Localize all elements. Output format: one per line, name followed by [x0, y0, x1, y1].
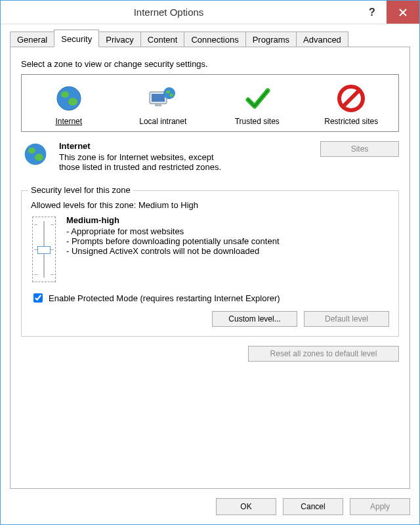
apply-button[interactable]: Apply: [350, 498, 410, 515]
globe-icon: [22, 141, 49, 167]
level-bullet: Unsigned ActiveX controls will not be do…: [66, 246, 389, 256]
no-entry-icon: [337, 84, 366, 113]
zone-label: Internet: [26, 117, 112, 126]
svg-point-11: [169, 94, 173, 97]
svg-point-16: [35, 154, 43, 161]
globe-icon: [54, 84, 83, 113]
security-level-slider[interactable]: –– –– ––: [32, 217, 56, 282]
zone-label: Local intranet: [120, 117, 207, 126]
help-button[interactable]: ?: [358, 1, 387, 24]
security-level-legend: Security level for this zone: [28, 185, 133, 195]
svg-rect-8: [155, 104, 161, 106]
zone-trusted-sites[interactable]: Trusted sites: [213, 81, 302, 127]
ok-button[interactable]: OK: [216, 498, 276, 515]
zone-label: Trusted sites: [214, 117, 301, 126]
zone-restricted-sites[interactable]: Restricted sites: [307, 81, 396, 127]
reset-all-zones-button[interactable]: Reset all zones to default level: [248, 346, 399, 362]
security-level-description: Medium-high Appropriate for most website…: [66, 215, 389, 282]
level-name: Medium-high: [66, 215, 389, 225]
close-button[interactable]: [387, 1, 419, 24]
computer-globe-icon: [147, 84, 178, 113]
cancel-button[interactable]: Cancel: [283, 498, 343, 515]
dialog-footer: OK Cancel Apply: [1, 489, 419, 524]
tab-security[interactable]: Security: [54, 30, 99, 47]
svg-point-4: [68, 98, 77, 106]
tab-advanced[interactable]: Advanced: [296, 32, 348, 47]
internet-options-dialog: Internet Options ? General Security Priv…: [0, 0, 420, 525]
zone-selector: Internet Local intranet: [21, 74, 399, 132]
security-panel: Select a zone to view or change security…: [10, 47, 410, 489]
security-level-group: Security level for this zone Allowed lev…: [21, 190, 399, 337]
tab-general[interactable]: General: [10, 32, 54, 47]
svg-point-10: [166, 91, 170, 94]
zone-instruction: Select a zone to view or change security…: [21, 59, 399, 69]
zone-local-intranet[interactable]: Local intranet: [119, 81, 208, 127]
zone-name-heading: Internet: [59, 141, 304, 151]
sites-button[interactable]: Sites: [320, 141, 399, 157]
close-icon: [399, 9, 407, 16]
custom-level-button[interactable]: Custom level...: [212, 311, 297, 327]
svg-point-15: [28, 148, 35, 154]
default-level-button[interactable]: Default level: [304, 311, 389, 327]
tab-strip: General Security Privacy Content Connect…: [10, 31, 410, 47]
tab-content[interactable]: Content: [140, 32, 185, 47]
tab-programs[interactable]: Programs: [245, 32, 297, 47]
window-title: Internet Options: [6, 7, 358, 18]
zone-description: Internet This zone is for Internet websi…: [59, 141, 304, 172]
allowed-levels-label: Allowed levels for this zone: Medium to …: [31, 200, 389, 210]
tab-privacy[interactable]: Privacy: [98, 32, 141, 47]
protected-mode-checkbox[interactable]: [33, 293, 43, 303]
protected-mode-label[interactable]: Enable Protected Mode (requires restarti…: [49, 293, 280, 303]
svg-point-14: [25, 144, 47, 165]
checkmark-icon: [243, 84, 272, 113]
zone-label: Restricted sites: [308, 117, 395, 126]
titlebar: Internet Options ?: [1, 1, 419, 24]
svg-point-3: [61, 91, 69, 98]
zone-description-text: This zone is for Internet websites, exce…: [59, 152, 230, 172]
tab-connections[interactable]: Connections: [184, 32, 245, 47]
svg-point-9: [163, 87, 175, 99]
level-bullet: Appropriate for most websites: [66, 226, 389, 236]
svg-rect-7: [152, 94, 165, 102]
zone-internet[interactable]: Internet: [24, 81, 114, 127]
level-bullet: Prompts before downloading potentially u…: [66, 236, 389, 246]
